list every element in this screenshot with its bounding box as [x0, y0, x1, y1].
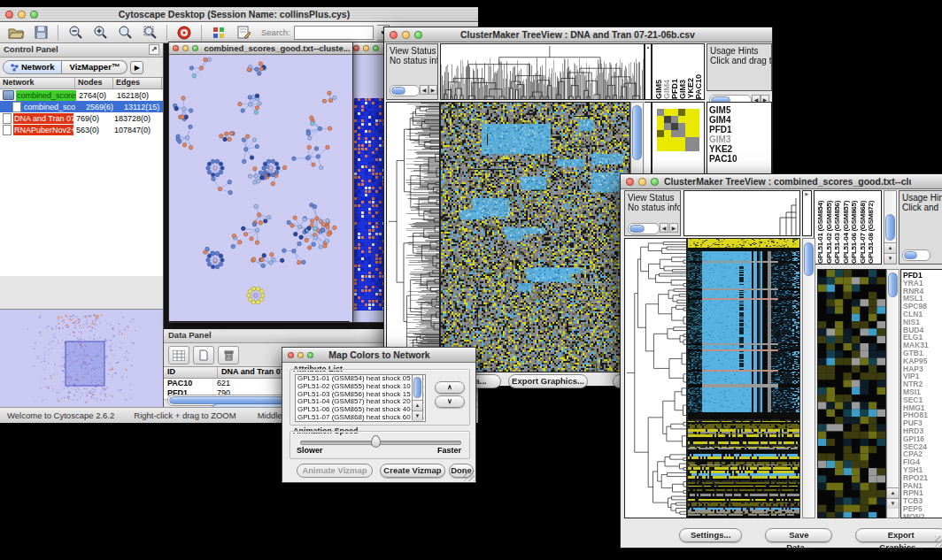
close-icon[interactable]	[353, 45, 359, 51]
network-view-titlebar[interactable]: combined_scores_good.txt--cluste...	[169, 42, 352, 55]
close-icon[interactable]	[5, 11, 13, 19]
gene-label[interactable]: MON2	[901, 513, 942, 518]
settings-button[interactable]: Settings...	[679, 528, 742, 542]
scroll-down-icon[interactable]: ▼	[884, 253, 896, 264]
column-label[interactable]: GPL51-06 (GSM865)	[850, 201, 859, 264]
column-label[interactable]: GPL51-01 (GSM854)	[816, 201, 825, 264]
float-panel-icon[interactable]: ↗	[149, 44, 159, 55]
animation-speed-slider[interactable]	[300, 441, 461, 445]
zoom-window-icon[interactable]	[373, 45, 379, 51]
tv1-column-dendrogram-canvas[interactable]	[441, 44, 644, 99]
scroll-up-icon[interactable]: ▲	[413, 400, 422, 410]
network-name[interactable]: combined_scores	[16, 90, 76, 101]
scroll-down-icon[interactable]: ▼	[887, 498, 899, 509]
column-label[interactable]: GIM5	[654, 80, 662, 99]
tv2-row-dendrogram-canvas[interactable]	[625, 239, 686, 518]
annotation-icon[interactable]	[233, 24, 254, 42]
zoom-window-icon[interactable]	[30, 11, 38, 19]
minimize-icon[interactable]	[182, 45, 189, 51]
network-table-row[interactable]: combined_sco2569(6)13112(15)	[0, 101, 163, 112]
tv1-heatmap-pane[interactable]	[440, 102, 630, 372]
column-label[interactable]: YKE2	[686, 78, 694, 99]
zoom-in-icon[interactable]	[89, 24, 111, 42]
resize-grip[interactable]	[464, 471, 475, 481]
network-table-row[interactable]: RNAPuberNov2+|563(0)107847(0)	[0, 124, 163, 135]
tv2-row-dendrogram-pane[interactable]	[624, 238, 687, 518]
tv2-heatmap-pane[interactable]	[687, 238, 800, 518]
tv2-column-dendrogram-canvas[interactable]	[684, 191, 799, 235]
search-input[interactable]	[294, 26, 374, 40]
treeview1-titlebar[interactable]: ClusterMaker TreeView : DNA and Tran 07-…	[384, 27, 772, 42]
slider-thumb[interactable]	[371, 435, 381, 448]
scroll-left-icon[interactable]: ◀	[660, 223, 668, 233]
network-name[interactable]: DNA and Tran 07	[13, 113, 73, 124]
tv1-row-dendrogram-canvas[interactable]	[387, 103, 439, 372]
column-label[interactable]: GIM3	[678, 80, 686, 99]
scroll-left-icon[interactable]: ◀	[420, 85, 429, 95]
minimize-icon[interactable]	[297, 352, 304, 358]
attribute-list[interactable]: GPL51-01 (GSM854) heat shock 05 minGPL51…	[295, 374, 426, 422]
attribute-item[interactable]: GPL51-07 (GSM868) heat shock 60 min	[296, 414, 425, 422]
minimize-icon[interactable]	[638, 178, 646, 186]
treeview2-titlebar[interactable]: ClusterMaker TreeView : combined_scores_…	[621, 174, 942, 189]
tv2-subheatmap-pane[interactable]	[817, 269, 886, 518]
scroll-up-icon[interactable]: ▲	[887, 487, 899, 498]
tv2-status-hscrollbar[interactable]	[628, 223, 660, 234]
tv2-labels-vscrollbar[interactable]: ▲ ▼	[884, 190, 897, 265]
scroll-right-icon[interactable]: ▶	[669, 223, 678, 233]
minimize-icon[interactable]	[18, 11, 26, 19]
select-attributes-button[interactable]	[168, 346, 189, 364]
zoom-fit-icon[interactable]	[114, 24, 135, 42]
gene-label[interactable]: YKE2	[707, 144, 771, 154]
zoom-out-icon[interactable]	[65, 24, 86, 42]
gene-label[interactable]: GIM4	[707, 115, 771, 125]
tv2-heatmap-canvas[interactable]	[688, 239, 799, 518]
close-icon[interactable]	[288, 352, 294, 358]
tab-overflow-arrow[interactable]: ▶	[130, 61, 143, 74]
close-icon[interactable]	[390, 31, 398, 39]
delete-attribute-button[interactable]	[218, 346, 239, 364]
vizmapper-toolbar-icon[interactable]	[208, 24, 229, 42]
column-label[interactable]: PFD1	[670, 79, 678, 99]
column-label[interactable]: GPL51-08 (GSM872)	[867, 201, 876, 264]
scroll-down-icon[interactable]: ▼	[413, 410, 422, 421]
dense-network-canvas[interactable]	[352, 98, 388, 311]
tv2-vscrollbar[interactable]	[802, 238, 815, 518]
tv2-column-dendrogram-pane[interactable]	[683, 190, 800, 236]
column-label[interactable]: PAC10	[694, 74, 702, 99]
main-titlebar[interactable]: Cytoscape Desktop (Session Name: collins…	[0, 7, 478, 22]
tv1-similarity-matrix[interactable]	[657, 109, 699, 151]
save-data-button[interactable]: Save Data...	[765, 528, 832, 542]
close-icon[interactable]	[173, 45, 179, 51]
minimize-icon[interactable]	[402, 31, 410, 39]
column-label[interactable]: GPL51-07 (GSM868)	[859, 201, 868, 264]
tv2-usage-hscrollbar[interactable]	[902, 249, 930, 261]
tab-vizmapper[interactable]: VizMapper™	[62, 60, 127, 74]
network-table-row[interactable]: combined_scores2764(0)16218(0)	[0, 89, 163, 101]
column-label[interactable]: GPL51-02 (GSM855)	[825, 201, 834, 264]
attribute-list-scrollbar[interactable]: ▲ ▼	[412, 374, 423, 420]
new-attribute-button[interactable]	[193, 346, 214, 364]
zoom-window-icon[interactable]	[307, 352, 313, 358]
network-table-row[interactable]: DNA and Tran 07769(0)183728(0)	[0, 112, 163, 124]
gene-label[interactable]: GIM5	[707, 105, 771, 115]
column-label[interactable]: GPL51-03 (GSM856)	[833, 201, 842, 264]
scroll-up-icon[interactable]: ▲	[884, 242, 896, 253]
animate-vizmap-button[interactable]: Animate Vizmap	[297, 464, 373, 478]
close-icon[interactable]	[626, 178, 634, 186]
create-vizmap-button[interactable]: Create Vizmap	[380, 464, 445, 478]
birdseye-view-canvas[interactable]	[0, 310, 163, 407]
network-name[interactable]: combined_sco	[23, 102, 83, 112]
column-label[interactable]: GIM4	[662, 80, 670, 99]
tab-network[interactable]: Network	[3, 60, 62, 74]
tv2-subheatmap-canvas[interactable]	[818, 270, 885, 518]
save-session-button[interactable]	[30, 24, 51, 42]
gene-label[interactable]: PFD1	[707, 125, 771, 134]
tv1-column-dendrogram-pane[interactable]	[440, 43, 645, 100]
dialog-titlebar[interactable]: Map Colors to Network	[282, 348, 475, 363]
tv1-heatmap-canvas[interactable]	[441, 103, 629, 372]
network-overview-pane[interactable]	[0, 309, 163, 408]
export-graphics-button[interactable]: Export Graphics...	[855, 528, 942, 542]
zoom-window-icon[interactable]	[651, 178, 659, 186]
minimize-icon[interactable]	[363, 45, 369, 51]
